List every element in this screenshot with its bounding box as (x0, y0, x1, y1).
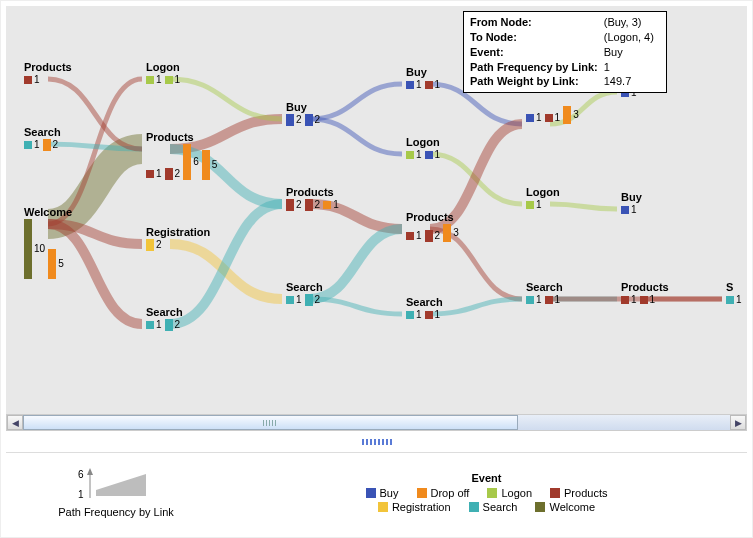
node-bar: 2 (286, 114, 304, 126)
node-bar: 1 (726, 294, 744, 306)
node-c3_logon[interactable]: Logon11 (406, 136, 442, 161)
bar-swatch-icon (305, 114, 313, 126)
node-label: Logon (406, 136, 442, 149)
event-legend-title: Event (246, 472, 727, 484)
legend-swatch-icon (535, 502, 545, 512)
horizontal-splitter[interactable] (362, 439, 392, 445)
node-label: Products (621, 281, 669, 294)
node-bar: 1 (406, 309, 424, 321)
node-bars: 11 (621, 294, 669, 306)
bar-swatch-icon (165, 76, 173, 84)
node-c0_products[interactable]: Products1 (24, 61, 72, 86)
link-path[interactable] (310, 84, 402, 119)
node-label: Products (286, 186, 341, 199)
bar-value: 1 (414, 230, 424, 242)
bar-value: 1 (433, 309, 443, 321)
node-c0_search[interactable]: Search12 (24, 126, 61, 151)
node-c2_products[interactable]: Products221 (286, 186, 341, 211)
node-bars: 2 (146, 239, 210, 251)
node-c3_buy[interactable]: Buy11 (406, 66, 442, 91)
legend-label: Search (483, 501, 518, 513)
bar-swatch-icon (425, 81, 433, 89)
node-c1_logon[interactable]: Logon11 (146, 61, 182, 86)
node-bar: 1 (323, 199, 341, 211)
node-c1_products[interactable]: Products1265 (146, 131, 219, 180)
node-bar: 1 (406, 230, 424, 242)
bar-swatch-icon (305, 294, 313, 306)
node-c4_logon[interactable]: Logon1 (526, 186, 560, 211)
tooltip-event-label: Event: (470, 45, 604, 60)
scroll-thumb[interactable] (23, 415, 518, 430)
svg-marker-2 (96, 474, 146, 496)
link-path[interactable] (310, 229, 402, 299)
tooltip-to-value: (Logon, 4) (604, 30, 660, 45)
node-bar: 5 (48, 249, 66, 279)
link-path[interactable] (170, 79, 282, 119)
bar-swatch-icon (406, 151, 414, 159)
node-c2_search[interactable]: Search12 (286, 281, 323, 306)
scale-max: 6 (78, 469, 84, 480)
bar-value: 2 (173, 168, 183, 180)
horizontal-scrollbar[interactable]: ◀ ▶ (6, 414, 747, 431)
node-c2_buy[interactable]: Buy22 (286, 101, 322, 126)
scroll-right-button[interactable]: ▶ (730, 415, 746, 430)
scroll-left-button[interactable]: ◀ (7, 415, 23, 430)
node-c3_search[interactable]: Search11 (406, 296, 443, 321)
bar-swatch-icon (425, 230, 433, 242)
node-bar: 1 (165, 74, 183, 86)
node-bar: 3 (443, 224, 461, 242)
legend-item-drop-off: Drop off (417, 487, 470, 499)
scroll-track[interactable] (23, 415, 730, 430)
node-bar: 1 (146, 74, 164, 86)
bar-swatch-icon (146, 321, 154, 329)
bar-value: 1 (629, 294, 639, 306)
node-c4_search[interactable]: Search11 (526, 281, 563, 306)
node-c1_search[interactable]: Search12 (146, 306, 183, 331)
bar-value: 2 (294, 114, 304, 126)
node-c1_registration[interactable]: Registration2 (146, 226, 210, 251)
node-label: S (726, 281, 744, 294)
bar-value: 2 (51, 139, 61, 151)
node-bar: 5 (202, 150, 220, 180)
tooltip-weight-value: 149.7 (604, 74, 660, 89)
node-c5_buy[interactable]: Buy1 (621, 191, 642, 216)
node-bars: 113 (526, 106, 581, 124)
link-path[interactable] (430, 299, 522, 314)
legend-swatch-icon (378, 502, 388, 512)
legend-item-buy: Buy (366, 487, 399, 499)
node-c3_products[interactable]: Products123 (406, 211, 461, 242)
bar-value: 5 (210, 159, 220, 171)
bar-swatch-icon (48, 249, 56, 279)
node-c5_products[interactable]: Products11 (621, 281, 669, 306)
node-bar: 1 (406, 79, 424, 91)
bar-value: 1 (32, 74, 42, 86)
link-path[interactable] (310, 299, 402, 314)
node-bar: 2 (305, 199, 323, 211)
bar-swatch-icon (146, 239, 154, 251)
scale-legend-title: Path Frequency by Link (26, 506, 206, 518)
bar-value: 1 (648, 294, 658, 306)
bar-swatch-icon (286, 296, 294, 304)
bar-swatch-icon (286, 114, 294, 126)
link-path[interactable] (170, 204, 282, 324)
node-bars: 12 (146, 319, 183, 331)
bar-swatch-icon (526, 114, 534, 122)
node-bar: 2 (286, 199, 304, 211)
tooltip-event-value: Buy (604, 45, 660, 60)
tooltip-weight-label: Path Weight by Link: (470, 74, 604, 89)
node-bar: 1 (24, 74, 42, 86)
scale-legend: 6 1 Path Frequency by Link (26, 468, 206, 518)
node-c4_mixed[interactable]: 113 (526, 106, 581, 124)
bar-swatch-icon (563, 106, 571, 124)
node-label: Products (24, 61, 72, 74)
link-path[interactable] (550, 204, 617, 209)
node-bar: 1 (621, 294, 639, 306)
link-path[interactable] (310, 119, 402, 154)
bar-value: 5 (56, 258, 66, 270)
node-c6_s[interactable]: S1 (726, 281, 744, 306)
bar-swatch-icon (24, 76, 32, 84)
bar-swatch-icon (406, 311, 414, 319)
node-c0_welcome[interactable]: Welcome105 (24, 206, 72, 279)
scale-legend-graphic: 6 1 (76, 468, 156, 502)
bar-value: 1 (294, 294, 304, 306)
